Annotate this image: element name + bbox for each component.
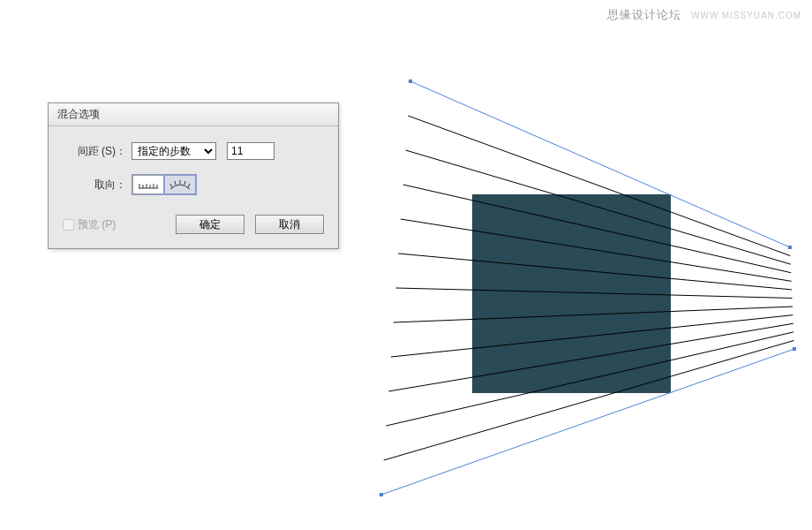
- anchor-point[interactable]: [409, 80, 412, 83]
- spacing-value-input[interactable]: [227, 142, 274, 160]
- svg-line-10: [184, 181, 185, 185]
- orientation-group: [132, 174, 197, 195]
- anchor-point[interactable]: [793, 347, 796, 351]
- spacing-row: 间距 (S)： 指定的步数: [63, 142, 324, 160]
- dialog-body: 间距 (S)： 指定的步数 取向：: [49, 126, 338, 248]
- anchor-point[interactable]: [380, 493, 383, 496]
- orientation-row: 取向：: [63, 174, 324, 195]
- dark-teal-square[interactable]: [472, 194, 671, 393]
- preview-checkbox[interactable]: [63, 219, 74, 231]
- anchor-point[interactable]: [788, 246, 792, 249]
- svg-line-8: [175, 181, 176, 185]
- preview-checkbox-wrap[interactable]: 预览 (P): [63, 217, 116, 232]
- ruler-arc-icon: [169, 178, 192, 191]
- orientation-align-page-button[interactable]: [132, 175, 164, 194]
- orientation-align-path-button[interactable]: [164, 175, 196, 194]
- preview-label: 预览 (P): [78, 217, 116, 232]
- orientation-label: 取向：: [63, 178, 126, 193]
- ruler-flat-icon: [137, 178, 160, 191]
- spacing-label: 间距 (S)：: [63, 144, 126, 159]
- blend-options-dialog: 混合选项 间距 (S)： 指定的步数 取向：: [48, 102, 339, 249]
- cancel-button[interactable]: 取消: [255, 215, 324, 234]
- dialog-button-row: 预览 (P) 确定 取消: [63, 215, 324, 234]
- canvas-artwork: [353, 0, 812, 530]
- dialog-title: 混合选项: [49, 103, 338, 126]
- svg-line-11: [188, 184, 190, 187]
- svg-line-7: [170, 184, 172, 187]
- ok-button[interactable]: 确定: [176, 215, 244, 234]
- spacing-dropdown[interactable]: 指定的步数: [132, 142, 216, 160]
